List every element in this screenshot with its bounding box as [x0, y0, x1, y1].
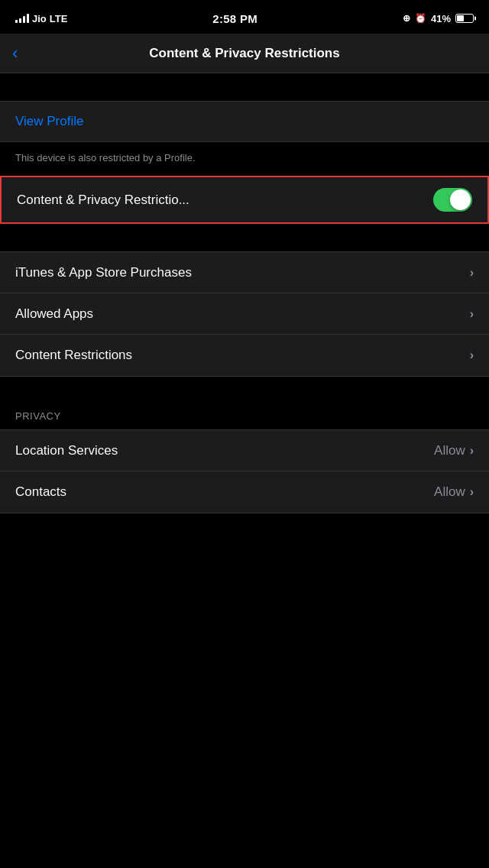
signal-bar-2 — [19, 18, 21, 23]
location-services-label: Location Services — [15, 443, 118, 458]
signal-bars-icon — [15, 14, 29, 23]
status-left: Jio LTE — [15, 13, 67, 24]
view-profile-section: View Profile — [0, 101, 489, 142]
battery-indicator — [455, 14, 474, 23]
privacy-section-label: PRIVACY — [0, 404, 489, 429]
location-services-row[interactable]: Location Services Allow › — [0, 430, 489, 471]
location-services-value: Allow — [434, 443, 465, 458]
chevron-right-icon: › — [470, 444, 474, 458]
chevron-right-icon: › — [470, 266, 474, 280]
contacts-row[interactable]: Contacts Allow › — [0, 471, 489, 513]
allowed-apps-row[interactable]: Allowed Apps › — [0, 293, 489, 335]
status-bar: Jio LTE 2:58 PM ⊕ ⏰ 41% — [0, 0, 489, 34]
location-services-right: Allow › — [434, 443, 474, 458]
back-chevron-icon: ‹ — [12, 44, 18, 63]
toggle-section: Content & Privacy Restrictio... — [0, 176, 489, 224]
menu-section: iTunes & App Store Purchases › Allowed A… — [0, 251, 489, 377]
toggle-label: Content & Privacy Restrictio... — [17, 193, 433, 208]
itunes-app-store-label: iTunes & App Store Purchases — [15, 265, 192, 280]
chevron-right-icon: › — [470, 485, 474, 499]
content-privacy-toggle-row: Content & Privacy Restrictio... — [2, 177, 487, 222]
privacy-menu: Location Services Allow › Contacts Allow… — [0, 429, 489, 513]
page-title: Content & Privacy Restrictions — [149, 46, 339, 61]
profile-note-text: This device is also restricted by a Prof… — [15, 152, 196, 164]
contacts-value: Allow — [434, 484, 465, 500]
signal-bar-4 — [27, 14, 29, 23]
signal-bar-1 — [15, 20, 18, 23]
battery-icon — [455, 14, 474, 23]
chevron-right-icon: › — [470, 348, 474, 362]
chevron-right-icon: › — [470, 307, 474, 321]
battery-percent: 41% — [431, 13, 451, 24]
itunes-app-store-row[interactable]: iTunes & App Store Purchases › — [0, 252, 489, 293]
status-time: 2:58 PM — [212, 12, 257, 25]
back-button[interactable]: ‹ — [12, 44, 18, 63]
network-type: LTE — [50, 13, 68, 24]
content-privacy-toggle[interactable] — [433, 188, 472, 212]
content-restrictions-label: Content Restrictions — [15, 348, 132, 363]
content-restrictions-row[interactable]: Content Restrictions › — [0, 335, 489, 376]
itunes-app-store-right: › — [470, 266, 474, 280]
signal-bar-3 — [23, 16, 25, 23]
alarm-icon: ⏰ — [415, 13, 426, 24]
contacts-label: Contacts — [15, 484, 66, 500]
toggle-knob — [450, 189, 471, 210]
profile-note: This device is also restricted by a Prof… — [0, 142, 489, 176]
allowed-apps-label: Allowed Apps — [15, 306, 93, 322]
content-restrictions-right: › — [470, 348, 474, 362]
nav-bar: ‹ Content & Privacy Restrictions — [0, 34, 489, 73]
top-spacer — [0, 73, 489, 101]
screen-time-icon: ⊕ — [403, 13, 410, 24]
contacts-right: Allow › — [434, 484, 474, 500]
allowed-apps-right: › — [470, 307, 474, 321]
view-profile-link[interactable]: View Profile — [15, 114, 83, 128]
status-right: ⊕ ⏰ 41% — [403, 13, 474, 24]
carrier-name: Jio — [32, 13, 47, 24]
privacy-section: PRIVACY Location Services Allow › Contac… — [0, 404, 489, 513]
battery-fill — [457, 15, 464, 21]
